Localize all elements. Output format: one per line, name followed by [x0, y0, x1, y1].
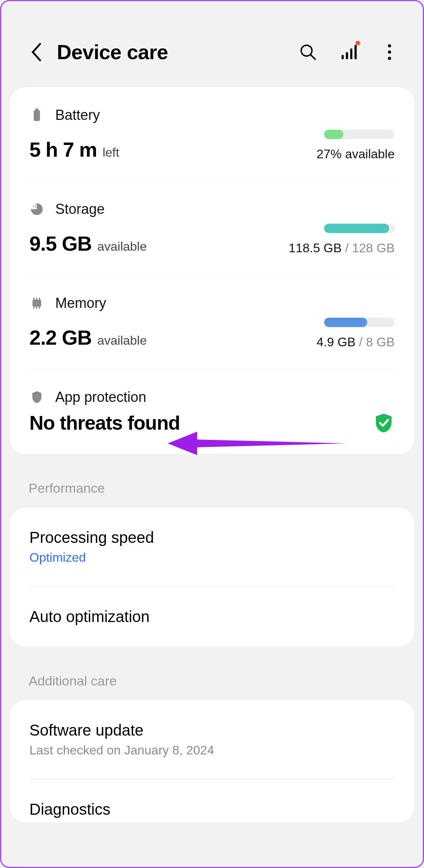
- memory-label: Memory: [55, 295, 106, 311]
- status-card: Battery 5 h 7 m left 27% available: [10, 87, 414, 454]
- chevron-left-icon: [31, 43, 42, 61]
- svg-rect-9: [33, 298, 34, 300]
- app-protection-label: App protection: [55, 389, 146, 405]
- storage-value: 9.5 GB: [29, 232, 92, 255]
- additional-care-group-label: Additional care: [1, 647, 423, 700]
- svg-rect-13: [36, 307, 37, 309]
- storage-suffix: available: [97, 239, 147, 253]
- memory-suffix: available: [97, 333, 147, 347]
- svg-rect-8: [33, 300, 41, 307]
- svg-point-0: [301, 45, 312, 56]
- processing-speed-title: Processing speed: [29, 529, 395, 546]
- software-update-title: Software update: [29, 722, 395, 739]
- search-button[interactable]: [298, 42, 318, 62]
- processing-speed-item[interactable]: Processing speed Optimized: [10, 508, 414, 586]
- storage-label: Storage: [55, 201, 105, 217]
- signal-button[interactable]: [339, 42, 359, 62]
- storage-section[interactable]: Storage 9.5 GB available 118.5 GB / 128 …: [10, 181, 414, 275]
- memory-section[interactable]: Memory 2.2 GB available 4.9 GB / 8 GB: [10, 275, 414, 369]
- software-update-item[interactable]: Software update Last checked on January …: [10, 700, 414, 779]
- more-button[interactable]: [380, 42, 399, 62]
- diagnostics-title: Diagnostics: [29, 801, 395, 818]
- back-button[interactable]: [25, 40, 48, 64]
- svg-rect-5: [355, 45, 357, 60]
- page-title: Device care: [57, 40, 298, 64]
- performance-card: Processing speed Optimized Auto optimiza…: [10, 508, 414, 647]
- memory-usage-text: 4.9 GB / 8 GB: [317, 335, 395, 349]
- svg-rect-14: [39, 307, 40, 309]
- storage-progress: [324, 224, 395, 233]
- battery-time-suffix: left: [103, 145, 120, 159]
- memory-value: 2.2 GB: [29, 326, 92, 349]
- svg-rect-10: [36, 298, 37, 300]
- svg-rect-4: [350, 49, 353, 59]
- memory-icon: [29, 296, 44, 311]
- battery-time-value: 5 h 7 m: [29, 138, 97, 161]
- memory-progress: [324, 318, 395, 327]
- auto-optimization-item[interactable]: Auto optimization: [10, 587, 414, 647]
- storage-icon: [29, 202, 44, 217]
- signal-bars-icon: [340, 43, 357, 61]
- notification-dot-icon: [355, 41, 360, 45]
- storage-usage-text: 118.5 GB / 128 GB: [289, 241, 395, 255]
- app-protection-status: No threats found: [29, 412, 180, 434]
- software-update-sub: Last checked on January 8, 2024: [29, 743, 395, 758]
- shield-check-icon: [373, 412, 395, 434]
- search-icon: [299, 43, 317, 61]
- svg-rect-7: [35, 108, 38, 110]
- svg-line-1: [311, 55, 315, 59]
- performance-group-label: Performance: [1, 454, 423, 508]
- app-header: Device care: [1, 1, 423, 87]
- auto-optimization-title: Auto optimization: [29, 608, 395, 626]
- battery-label: Battery: [55, 107, 100, 123]
- svg-rect-6: [34, 110, 40, 121]
- svg-rect-3: [346, 52, 348, 59]
- shield-icon: [29, 390, 44, 405]
- svg-rect-11: [39, 298, 40, 300]
- battery-percent-text: 27% available: [317, 147, 395, 161]
- svg-rect-12: [33, 307, 34, 309]
- app-protection-section[interactable]: App protection No threats found: [10, 369, 414, 454]
- battery-progress: [324, 130, 395, 139]
- diagnostics-item[interactable]: Diagnostics: [10, 779, 414, 822]
- more-vertical-icon: [382, 44, 397, 60]
- svg-rect-2: [342, 55, 344, 59]
- additional-care-card: Software update Last checked on January …: [10, 700, 414, 822]
- processing-speed-status: Optimized: [29, 550, 395, 565]
- battery-icon: [29, 108, 44, 123]
- battery-section[interactable]: Battery 5 h 7 m left 27% available: [10, 87, 414, 181]
